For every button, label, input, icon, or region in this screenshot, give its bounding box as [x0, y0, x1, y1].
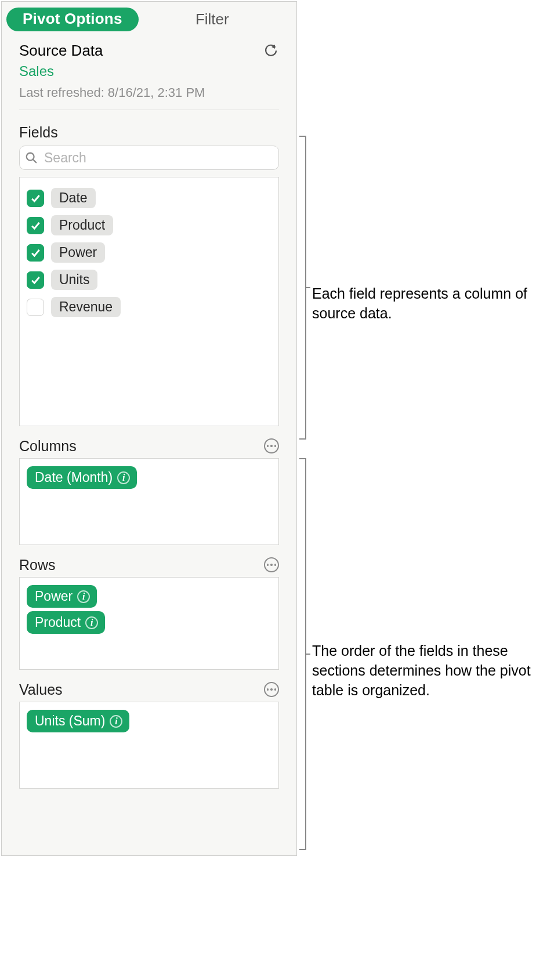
- search-icon: [25, 151, 38, 164]
- field-chip[interactable]: Power: [51, 242, 105, 263]
- field-row: Power: [26, 239, 273, 266]
- field-checkbox-units[interactable]: [27, 271, 44, 289]
- rows-more-button[interactable]: [264, 557, 279, 572]
- pill-label: Product: [35, 615, 81, 630]
- field-chip[interactable]: Revenue: [51, 297, 121, 317]
- source-data-heading: Source Data: [19, 42, 103, 60]
- field-checkbox-product[interactable]: [27, 217, 44, 234]
- columns-more-button[interactable]: [264, 438, 279, 453]
- info-icon[interactable]: i: [77, 590, 90, 603]
- values-more-button[interactable]: [264, 682, 279, 697]
- columns-dropzone[interactable]: Date (Month) i: [19, 458, 279, 545]
- source-data-name: Sales: [19, 63, 279, 79]
- rows-heading: Rows: [19, 557, 56, 574]
- row-pill[interactable]: Power i: [27, 585, 97, 608]
- field-checkbox-power[interactable]: [27, 244, 44, 262]
- panel-tabs: Pivot Options Filter: [2, 2, 296, 35]
- callout-order: The order of the fields in these section…: [312, 641, 533, 700]
- callout-fields: Each field represents a column of source…: [312, 284, 533, 324]
- column-pill[interactable]: Date (Month) i: [27, 466, 137, 489]
- pill-label: Date (Month): [35, 470, 113, 485]
- columns-heading: Columns: [19, 438, 77, 455]
- fields-list: Date Product Power Units Revenue: [19, 177, 279, 426]
- rows-dropzone[interactable]: Power i Product i: [19, 577, 279, 670]
- tab-filter[interactable]: Filter: [150, 10, 292, 28]
- search-input[interactable]: [19, 146, 279, 170]
- field-chip[interactable]: Units: [51, 270, 97, 290]
- value-pill[interactable]: Units (Sum) i: [27, 710, 129, 732]
- field-chip[interactable]: Product: [51, 215, 113, 235]
- svg-line-1: [33, 159, 37, 163]
- info-icon[interactable]: i: [110, 715, 122, 728]
- info-icon[interactable]: i: [85, 616, 98, 629]
- pill-label: Units (Sum): [35, 713, 105, 729]
- field-row: Product: [26, 212, 273, 239]
- bracket-icon: [299, 458, 310, 850]
- field-chip[interactable]: Date: [51, 188, 96, 208]
- info-icon[interactable]: i: [117, 471, 130, 484]
- field-checkbox-revenue[interactable]: [27, 299, 44, 316]
- pivot-options-panel: Pivot Options Filter Source Data Sales L…: [1, 1, 297, 856]
- field-row: Units: [26, 266, 273, 293]
- field-checkbox-date[interactable]: [27, 190, 44, 207]
- pill-label: Power: [35, 589, 73, 604]
- tab-pivot-options[interactable]: Pivot Options: [6, 8, 139, 31]
- values-heading: Values: [19, 681, 63, 698]
- row-pill[interactable]: Product i: [27, 611, 105, 634]
- field-row: Revenue: [26, 293, 273, 321]
- field-row: Date: [26, 184, 273, 212]
- refresh-button[interactable]: [263, 43, 279, 59]
- refresh-icon: [264, 44, 278, 58]
- bracket-icon: [299, 136, 310, 440]
- last-refreshed-label: Last refreshed: 8/16/21, 2:31 PM: [19, 85, 279, 110]
- values-dropzone[interactable]: Units (Sum) i: [19, 702, 279, 789]
- fields-heading: Fields: [19, 124, 279, 141]
